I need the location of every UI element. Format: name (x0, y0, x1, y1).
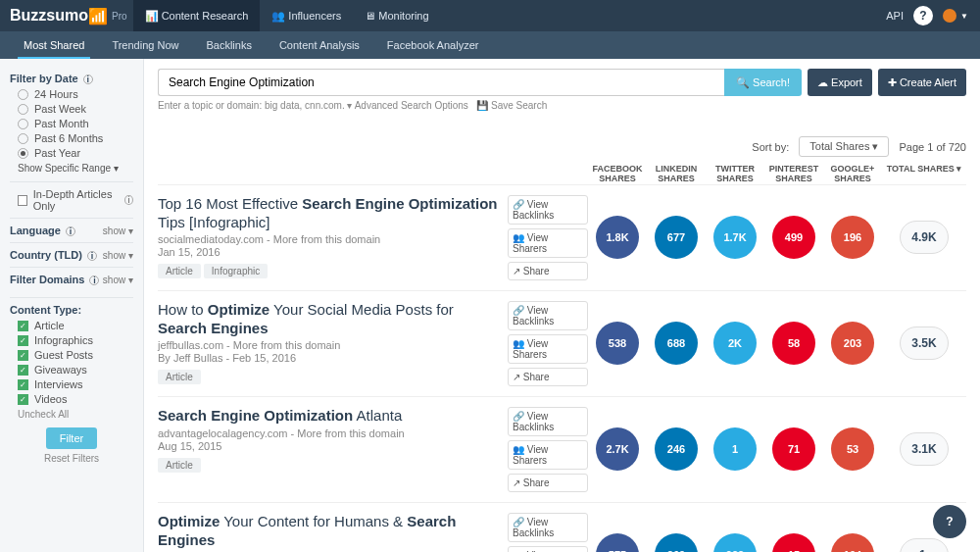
info-icon[interactable]: i (83, 75, 93, 84)
reset-filters[interactable]: Reset Filters (10, 453, 133, 464)
ct-giveaways[interactable]: Giveaways (10, 364, 133, 376)
share-button[interactable]: ↗ Share (508, 474, 588, 492)
show-specific-range[interactable]: Show Specific Range ▾ (18, 163, 133, 174)
view-sharers-button[interactable]: 👥 View Sharers (508, 546, 588, 552)
ct-interviews[interactable]: Interviews (10, 378, 133, 390)
logo[interactable]: Buzzsumo📶Pro (10, 7, 127, 25)
date-past-month[interactable]: Past Month (10, 118, 133, 129)
col-tw: TWITTER SHARES (706, 165, 764, 184)
tab-content-analysis[interactable]: Content Analysis (266, 31, 373, 59)
tw-shares: 2K (713, 322, 757, 365)
filter-button[interactable]: Filter (46, 427, 97, 449)
result-row: Search Engine Optimization Atlanta advan… (158, 396, 966, 502)
pi-shares: 499 (772, 216, 815, 259)
search-button[interactable]: 🔍 Search! (724, 69, 802, 96)
share-button[interactable]: ↗ Share (508, 368, 588, 386)
domains-title: Filter Domains i (10, 274, 99, 285)
help-fab[interactable]: ? (933, 505, 966, 538)
li-shares: 677 (655, 216, 698, 259)
info-icon[interactable]: i (66, 226, 75, 236)
tab-backlinks[interactable]: Backlinks (192, 31, 265, 59)
export-button[interactable]: ☁ Export (808, 69, 872, 96)
tag: Infographic (204, 264, 268, 278)
view-backlinks-button[interactable]: 🔗 View Backlinks (508, 301, 588, 330)
tw-shares: 1 (713, 427, 757, 471)
result-row: Top 16 Most Effective Search Engine Opti… (158, 184, 966, 290)
pi-shares: 58 (772, 322, 815, 365)
nav-monitoring[interactable]: 🖥 Monitoring (353, 0, 440, 31)
total-shares: 3.1K (900, 432, 949, 466)
nav-influencers[interactable]: 👥 Influencers (260, 0, 353, 31)
api-link[interactable]: API (886, 10, 904, 22)
gp-shares: 53 (831, 427, 874, 471)
view-sharers-button[interactable]: 👥 View Sharers (508, 440, 588, 470)
li-shares: 269 (655, 533, 698, 552)
create-alert-button[interactable]: ✚ Create Alert (878, 69, 966, 96)
col-fb: FACEBOOK SHARES (588, 165, 647, 184)
fb-shares: 1.8K (596, 216, 639, 259)
content-type-title: Content Type: (10, 297, 133, 316)
li-shares: 246 (655, 427, 698, 471)
language-show[interactable]: show ▾ (103, 226, 133, 236)
more-from-domain[interactable]: - More from this domain (223, 339, 340, 351)
nav-content-research[interactable]: 📊 Content Research (133, 0, 261, 31)
date-past-week[interactable]: Past Week (10, 103, 133, 115)
tab-trending-now[interactable]: Trending Now (98, 31, 192, 59)
result-title[interactable]: Search Engine Optimization Atlanta (158, 407, 500, 426)
sort-dropdown[interactable]: Total Shares ▾ (799, 136, 889, 157)
date-past-year[interactable]: Past Year (10, 147, 133, 159)
view-sharers-button[interactable]: 👥 View Sharers (508, 228, 588, 258)
result-title[interactable]: Top 16 Most Effective Search Engine Opti… (158, 195, 500, 232)
col-total[interactable]: TOTAL SHARES ▾ (882, 165, 966, 184)
tab-most-shared[interactable]: Most Shared (10, 31, 98, 59)
ct-infographics[interactable]: Infographics (10, 334, 133, 346)
gp-shares: 104 (831, 533, 874, 552)
date-24h[interactable]: 24 Hours (10, 88, 133, 100)
save-search-link[interactable]: 💾 Save Search (476, 100, 547, 111)
result-domain: jeffbullas.com - More from this domain (158, 339, 500, 351)
wifi-icon: 📶 (88, 7, 108, 25)
tag: Article (158, 264, 201, 278)
domains-show[interactable]: show ▾ (103, 275, 133, 285)
ct-guest-posts[interactable]: Guest Posts (10, 349, 133, 361)
uncheck-all[interactable]: Uncheck All (18, 409, 133, 420)
info-icon[interactable]: i (124, 195, 133, 205)
tag: Article (158, 458, 201, 473)
chart-icon: 📊 (145, 10, 159, 23)
view-backlinks-button[interactable]: 🔗 View Backlinks (508, 407, 588, 436)
dashboard-icon: 🖥 (365, 10, 375, 22)
result-title[interactable]: Optimize Your Content for Humans & Searc… (158, 513, 500, 550)
info-icon[interactable]: i (89, 276, 99, 285)
ct-article[interactable]: Article (10, 320, 133, 331)
result-domain: socialmediatoday.com - More from this do… (158, 233, 500, 245)
tab-facebook-analyzer[interactable]: Facebook Analyzer (373, 31, 493, 59)
info-icon[interactable]: i (87, 251, 97, 261)
country-title: Country (TLD) i (10, 249, 97, 261)
more-from-domain[interactable]: - More from this domain (288, 427, 405, 439)
total-shares: 3.5K (900, 326, 949, 360)
pi-shares: 15 (772, 533, 815, 552)
view-sharers-button[interactable]: 👥 View Sharers (508, 334, 588, 364)
date-past-6-months[interactable]: Past 6 Months (10, 132, 133, 144)
gp-shares: 196 (831, 216, 874, 259)
result-title[interactable]: How to Optimize Your Social Media Posts … (158, 301, 500, 338)
user-menu[interactable]: ▼ (943, 6, 970, 25)
view-backlinks-button[interactable]: 🔗 View Backlinks (508, 195, 588, 225)
search-input[interactable] (158, 69, 724, 96)
share-button[interactable]: ↗ Share (508, 262, 588, 280)
adv-search-link[interactable]: ▾ Advanced Search Options (347, 100, 467, 111)
country-show[interactable]: show ▾ (103, 250, 133, 261)
fb-shares: 575 (596, 533, 639, 552)
ct-videos[interactable]: Videos (10, 393, 133, 405)
indepth-checkbox[interactable]: In-Depth Articles Only i (10, 188, 133, 212)
caret-down-icon: ▼ (960, 12, 968, 21)
total-shares: 4.9K (900, 221, 949, 254)
tw-shares: 1.7K (713, 216, 757, 259)
language-title: Language i (10, 225, 75, 236)
help-icon[interactable]: ? (913, 6, 933, 25)
avatar (943, 9, 956, 23)
view-backlinks-button[interactable]: 🔗 View Backlinks (508, 513, 588, 542)
tw-shares: 922 (713, 533, 757, 552)
more-from-domain[interactable]: - More from this domain (264, 233, 380, 245)
result-row: How to Optimize Your Social Media Posts … (158, 290, 966, 396)
